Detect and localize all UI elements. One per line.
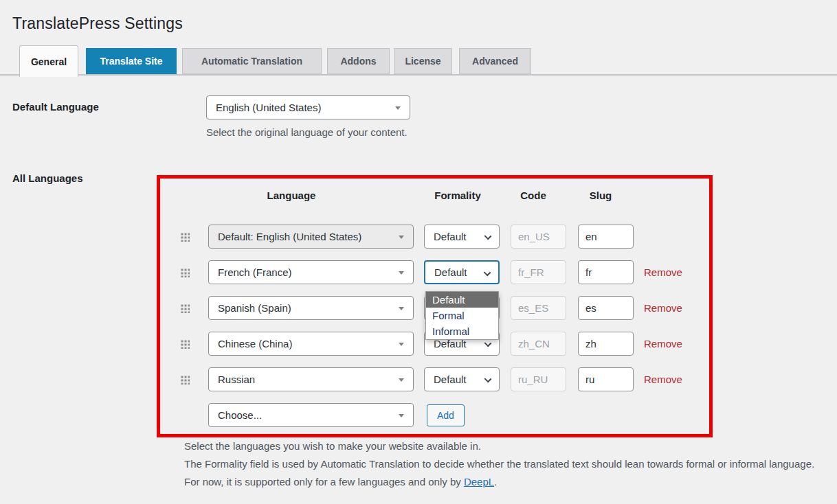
code-input [511,296,566,320]
language-select-value: Russian [218,374,255,385]
tab-general[interactable]: General [19,45,78,77]
language-select[interactable]: Russian [208,367,414,391]
code-input [511,332,566,356]
column-header-formality: Formality [434,190,481,201]
slug-input[interactable] [578,260,634,284]
code-input [511,367,566,391]
tab-automatic-translation[interactable]: Automatic Translation [182,48,322,74]
formality-select[interactable]: Default [424,225,500,249]
description-text: The Formality field is used by Automatic… [184,458,814,488]
chevron-down-icon [484,340,492,347]
language-select[interactable]: Chinese (China) [208,332,414,356]
language-select[interactable]: Spanish (Spain) [208,296,414,320]
formality-value: Default [434,231,467,242]
choose-language-select[interactable]: Choose... [208,403,414,427]
language-row-russian: Russian Default Remove [160,367,709,391]
dropdown-arrow-icon [399,307,404,310]
language-row-french: French (France) Default Remove [160,260,709,284]
language-select-value: Default: English (United States) [218,231,361,242]
dropdown-arrow-icon [399,414,404,417]
default-language-value: English (United States) [216,102,321,113]
choose-language-value: Choose... [218,409,262,421]
description-suffix: . [494,476,497,488]
tab-bar-divider [0,74,837,76]
tab-license[interactable]: License [394,48,452,74]
formality-option-default[interactable]: Default [426,292,498,308]
language-select-value: French (France) [218,266,292,278]
slug-input[interactable] [578,225,634,249]
description-line-1: Select the languages you wish to make yo… [184,437,829,455]
dropdown-arrow-icon [399,271,404,275]
deepl-link[interactable]: DeepL [464,476,494,488]
default-language-label: Default Language [12,101,99,113]
drag-handle-icon[interactable] [180,303,190,313]
description-line-2: The Formality field is used by Automatic… [184,455,829,491]
default-language-help: Select the original language of your con… [206,126,408,138]
drag-handle-icon[interactable] [180,339,190,349]
chevron-down-icon [484,233,492,240]
dropdown-arrow-icon [399,378,404,382]
language-row-default: Default: English (United States) Default [160,225,709,249]
remove-link[interactable]: Remove [644,332,682,356]
formality-dropdown-menu: Default Formal Informal [425,291,499,340]
formality-value: Default [434,266,467,278]
slug-input[interactable] [578,296,634,320]
all-languages-description: Select the languages you wish to make yo… [184,437,829,491]
drag-handle-icon[interactable] [180,232,190,242]
language-select-default: Default: English (United States) [208,225,414,249]
slug-input[interactable] [578,367,634,391]
tab-advanced[interactable]: Advanced [459,48,531,74]
chevron-down-icon [484,269,491,277]
slug-input[interactable] [578,332,634,356]
column-header-code: Code [520,190,546,201]
language-select-value: Chinese (China) [218,338,292,350]
code-input [511,260,566,284]
remove-link[interactable]: Remove [644,367,682,391]
tab-bar: General Translate Site Automatic Transla… [0,45,837,77]
language-select[interactable]: French (France) [208,260,414,284]
formality-select[interactable]: Default [424,367,500,391]
drag-handle-icon[interactable] [180,375,190,385]
tab-translate-site[interactable]: Translate Site [86,48,177,74]
formality-select-open[interactable]: Default [424,260,500,284]
dropdown-arrow-icon [399,236,404,239]
default-language-select[interactable]: English (United States) [206,95,410,119]
column-header-slug: Slug [590,190,612,201]
column-header-language: Language [267,190,316,201]
add-language-row: Choose... Add [160,403,709,427]
remove-link[interactable]: Remove [644,260,682,284]
chevron-down-icon [484,376,492,383]
remove-link[interactable]: Remove [644,296,682,320]
dropdown-arrow-icon [399,343,404,346]
all-languages-panel: Language Formality Code Slug Default: En… [157,175,713,437]
dropdown-arrow-icon [395,106,401,110]
code-input [511,225,566,249]
language-select-value: Spanish (Spain) [218,302,291,314]
tab-addons[interactable]: Addons [327,48,390,74]
drag-handle-icon[interactable] [180,268,190,277]
formality-option-informal[interactable]: Informal [426,323,498,339]
all-languages-label: All Languages [12,172,83,184]
formality-value: Default [434,374,467,385]
add-language-button[interactable]: Add [427,404,465,426]
formality-option-formal[interactable]: Formal [426,308,498,323]
page-title: TranslatePress Settings [12,14,183,33]
